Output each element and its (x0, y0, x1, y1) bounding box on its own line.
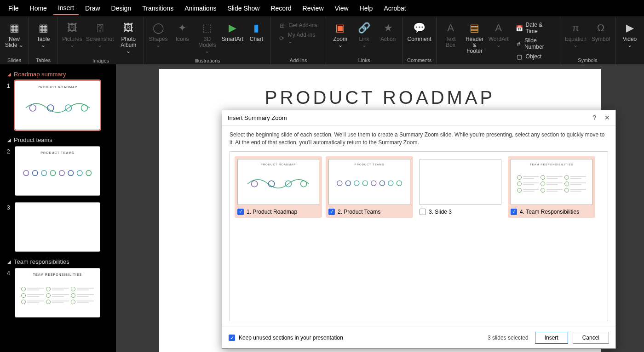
equation-icon: π (568, 21, 583, 35)
tab-transitions[interactable]: Transitions (138, 2, 178, 15)
textbox-button[interactable]: AText Box (439, 19, 462, 50)
link-icon: 🔗 (357, 21, 372, 35)
photo-album-icon: 🖼 (121, 21, 136, 35)
slide-thumbnail-row[interactable]: 2PRODUCT TEAMS (4, 146, 111, 196)
chart-icon: ▮ (249, 21, 264, 35)
zoom-checkbox[interactable]: ✓ (237, 209, 244, 215)
slide-panel[interactable]: ◢Roadmap summary1PRODUCT ROADMAP◢Product… (0, 64, 116, 352)
zoom-checkbox[interactable] (420, 209, 426, 215)
tab-draw[interactable]: Draw (80, 2, 105, 15)
slide-thumbnail[interactable]: PRODUCT TEAMS (15, 146, 100, 196)
zoom-thumbnail: TEAM RESPONSIBILITIES (511, 159, 592, 205)
dialog-description: Select the beginning slide of each secti… (230, 131, 608, 147)
ribbon-group-slides: ▦ New Slide ⌄ Slides (0, 17, 29, 64)
slide-thumbnail[interactable]: PRODUCT ROADMAP (15, 80, 100, 130)
zoom-item[interactable]: PRODUCT ROADMAP✓1. Product Roadmap (235, 156, 322, 218)
svg-point-15 (301, 181, 307, 187)
tab-acrobat[interactable]: Acrobat (379, 2, 410, 15)
slide-thumbnail[interactable]: TEAM RESPONSIBILITIES (15, 268, 100, 318)
group-label-images: Images (61, 57, 141, 65)
tab-view[interactable]: View (330, 2, 353, 15)
section-header[interactable]: ◢Roadmap summary (7, 71, 111, 78)
equation-button[interactable]: πEquation ⌄ (563, 19, 588, 50)
svg-point-22 (388, 181, 393, 186)
keep-unused-label: Keep unused sections in your presentatio… (239, 335, 343, 341)
tab-help[interactable]: Help (355, 2, 378, 15)
zoom-thumbnail: PRODUCT ROADMAP (237, 159, 319, 205)
svg-point-11 (86, 170, 92, 176)
group-label-links: Links (329, 56, 400, 64)
zoom-label: 2. Product Teams (338, 209, 380, 215)
dialog-slide-grid[interactable]: PRODUCT ROADMAP✓1. Product RoadmapPRODUC… (230, 151, 608, 321)
wordart-button[interactable]: AWordArt ⌄ (487, 19, 510, 50)
textbox-icon: A (443, 21, 458, 35)
comment-icon: 💬 (412, 21, 427, 35)
tab-design[interactable]: Design (107, 2, 136, 15)
caret-icon: ◢ (7, 259, 11, 264)
section-header[interactable]: ◢Product teams (7, 136, 111, 143)
tab-home[interactable]: Home (25, 2, 52, 15)
zoom-item[interactable]: TEAM RESPONSIBILITIES✓4. Team Responsibi… (508, 156, 595, 218)
link-button[interactable]: 🔗Link ⌄ (353, 19, 376, 50)
svg-point-9 (68, 170, 74, 176)
zoom-checkbox[interactable]: ✓ (511, 209, 517, 215)
zoom-checkbox[interactable]: ✓ (328, 209, 335, 215)
slide-thumbnail-row[interactable]: 4TEAM RESPONSIBILITIES (4, 268, 111, 318)
date-time-button[interactable]: 📅Date & Time (514, 21, 554, 35)
ribbon-group-text: AText Box ▤Header & Footer AWordArt ⌄ 📅D… (437, 17, 560, 64)
tab-file[interactable]: File (4, 2, 23, 15)
group-label-comments: Comments (406, 56, 433, 64)
tab-record[interactable]: Record (266, 2, 296, 15)
svg-point-3 (81, 105, 87, 111)
keep-unused-checkbox[interactable]: ✓ (229, 335, 235, 341)
video-icon: ▶ (622, 21, 637, 35)
zoom-item[interactable]: PRODUCT TEAMS✓2. Product Teams (326, 156, 413, 218)
wordart-icon: A (491, 21, 506, 35)
slide-number: 4 (4, 268, 10, 277)
shapes-button[interactable]: ◯Shapes ⌄ (147, 19, 170, 50)
cancel-button[interactable]: Cancel (573, 332, 609, 344)
section-header[interactable]: ◢Team responsibilities (7, 258, 111, 265)
models-button[interactable]: ⬚3D Models ⌄ (195, 19, 220, 57)
header-icon: ▤ (467, 21, 482, 35)
screenshot-button[interactable]: ⍰Screenshot ⌄ (85, 19, 115, 50)
slide-number-button[interactable]: #Slide Number (514, 36, 554, 51)
ribbon-group-symbols: πEquation ⌄ ΩSymbol Symbols (560, 17, 615, 64)
zoom-button[interactable]: ▣Zoom ⌄ (329, 19, 352, 50)
my-addins-button[interactable]: ⟳My Add-ins ⌄ (276, 31, 320, 45)
dialog-close-button[interactable]: ✕ (604, 114, 610, 121)
slide-thumbnail-row[interactable]: 3 (4, 202, 111, 252)
pictures-button[interactable]: 🖼Pictures ⌄ (61, 19, 84, 50)
smartart-button[interactable]: ▶SmartArt (221, 19, 244, 44)
photo-album-button[interactable]: 🖼Photo Album ⌄ (116, 19, 141, 57)
number-icon: # (516, 40, 522, 47)
get-addins-button[interactable]: ⊞Get Add-ins (276, 21, 320, 30)
addins-icon: ⟳ (278, 34, 285, 42)
new-slide-button[interactable]: ▦ New Slide ⌄ (3, 19, 26, 50)
dialog-help-button[interactable]: ? (592, 114, 596, 121)
video-button[interactable]: ▶Video ⌄ (618, 19, 641, 50)
ribbon-group-tables: ▦ Table ⌄ Tables (29, 17, 58, 64)
object-button[interactable]: ▢Object (514, 52, 554, 61)
chart-button[interactable]: ▮Chart (245, 19, 268, 44)
slide-thumbnail-row[interactable]: 1PRODUCT ROADMAP (4, 80, 111, 130)
shapes-icon: ◯ (151, 21, 166, 35)
tab-insert[interactable]: Insert (53, 1, 79, 15)
action-button[interactable]: ★Action (377, 19, 400, 44)
zoom-item[interactable]: 3. Slide 3 (417, 156, 504, 218)
ribbon-group-comments: 💬Comment Comments (403, 17, 437, 64)
ribbon: ▦ New Slide ⌄ Slides ▦ Table ⌄ Tables 🖼P… (0, 17, 644, 64)
tab-animations[interactable]: Animations (180, 2, 221, 15)
slide-title[interactable]: PRODUCT ROADMAP (178, 87, 582, 108)
comment-button[interactable]: 💬Comment (406, 19, 433, 44)
svg-point-17 (345, 181, 351, 186)
insert-button[interactable]: Insert (535, 332, 568, 344)
tab-review[interactable]: Review (298, 2, 328, 15)
svg-point-21 (380, 181, 385, 186)
slide-thumbnail[interactable] (15, 202, 100, 252)
icons-button[interactable]: ✦Icons (171, 19, 194, 44)
header-footer-button[interactable]: ▤Header & Footer (463, 19, 486, 57)
symbol-button[interactable]: ΩSymbol (589, 19, 612, 44)
tab-slide-show[interactable]: Slide Show (223, 2, 264, 15)
table-button[interactable]: ▦ Table ⌄ (32, 19, 55, 50)
